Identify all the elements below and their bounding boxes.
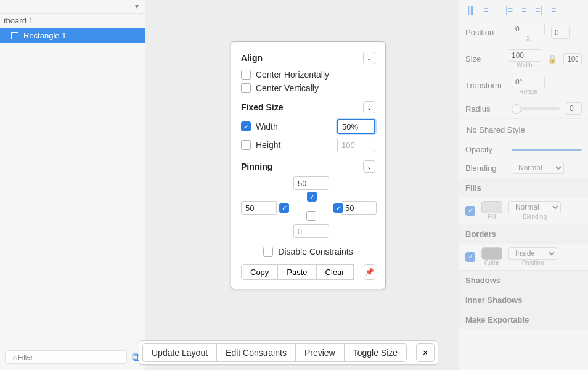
radius-label: Radius <box>465 104 505 113</box>
rotate-input[interactable] <box>512 76 545 88</box>
center-vertically-row[interactable]: Center Vertically <box>241 81 375 95</box>
pin-top-input[interactable] <box>293 176 329 190</box>
align-top-icon[interactable]: |≡ <box>504 5 515 14</box>
center-horizontally-row[interactable]: Center Horizontally <box>241 68 375 81</box>
fills-section-title: Fills <box>459 178 588 197</box>
position-x-input[interactable] <box>512 23 545 35</box>
artboard-row[interactable]: tboard 1 <box>0 14 145 28</box>
fill-row: ✓ Fill Normal Blending <box>459 197 588 224</box>
borders-section-title: Borders <box>459 224 588 244</box>
radius-input[interactable] <box>566 102 582 115</box>
fill-sublabel: Fill <box>481 213 502 220</box>
pin-bottom-input[interactable] <box>293 224 329 238</box>
clear-button[interactable]: Clear <box>317 264 354 280</box>
pin-right-input[interactable] <box>341 201 377 215</box>
disable-constraints-row[interactable]: Disable Constraints <box>241 247 375 257</box>
align-left-icon[interactable]: |‖ <box>465 5 476 14</box>
fixed-height-toggle[interactable]: Height <box>241 140 280 150</box>
pinning-grid: ✓ ✓ ✓ <box>241 176 377 238</box>
fixed-height-row: Height <box>241 136 375 154</box>
opacity-label: Opacity <box>465 145 505 154</box>
align-vcenter-icon[interactable]: ≡ <box>518 5 529 14</box>
center-horizontally-checkbox[interactable] <box>241 70 251 80</box>
fixed-width-label: Width <box>256 121 278 131</box>
border-position-sublabel: Position <box>508 260 557 266</box>
border-row: ✓ Color Inside Position <box>459 244 588 270</box>
border-enabled-checkbox[interactable]: ✓ <box>465 252 475 262</box>
rotate-sublabel: Rotate <box>512 88 545 95</box>
preview-button[interactable]: Preview <box>296 343 345 362</box>
position-label: Position <box>465 28 505 37</box>
fixed-width-toggle[interactable]: ✓ Width <box>241 121 278 131</box>
disable-constraints-checkbox[interactable] <box>263 247 273 257</box>
fill-color-swatch[interactable] <box>481 201 502 213</box>
blending-select[interactable]: Normal <box>512 162 564 174</box>
fill-blend-sublabel: Blending <box>508 213 561 220</box>
align-bottom-icon[interactable]: ≡| <box>533 5 544 14</box>
layers-panel-header: ▾ <box>0 0 145 14</box>
position-y-input[interactable] <box>551 27 570 39</box>
search-icon: ⌕ <box>12 353 17 362</box>
fixed-height-input[interactable] <box>337 138 375 152</box>
blending-label: Blending <box>465 163 505 173</box>
pin-left-checkbox[interactable]: ✓ <box>279 203 289 213</box>
center-horizontally-label: Center Horizontally <box>256 70 329 80</box>
size-width-sublabel: Width <box>508 62 541 68</box>
pin-left-input[interactable] <box>241 201 277 215</box>
size-height-input[interactable] <box>563 53 582 65</box>
copy-button[interactable]: Copy <box>241 264 278 280</box>
fixed-width-input[interactable] <box>337 119 375 134</box>
fill-enabled-checkbox[interactable]: ✓ <box>465 206 475 216</box>
pinning-section-title: Pinning <box>241 162 272 171</box>
toggle-size-button[interactable]: Toggle Size <box>345 343 407 362</box>
plugin-toolbar: Update Layout Edit Constraints Preview T… <box>139 340 438 365</box>
pages-dropdown-icon[interactable]: ▾ <box>135 2 139 10</box>
layer-label: Rectangle 1 <box>23 28 66 43</box>
fixed-size-section-title: Fixed Size <box>241 102 283 112</box>
constraints-popover: Align ⌄ Center Horizontally Center Verti… <box>231 41 386 289</box>
center-vertically-label: Center Vertically <box>256 83 319 93</box>
center-vertically-checkbox[interactable] <box>241 83 251 93</box>
rectangle-icon <box>11 32 18 39</box>
artboard-label: tboard 1 <box>4 16 33 25</box>
border-color-sublabel: Color <box>481 260 502 266</box>
shadows-section-title: Shadows <box>459 270 588 290</box>
shared-style-select[interactable]: No Shared Style <box>467 125 525 134</box>
radius-slider[interactable] <box>512 107 560 110</box>
fixed-size-disclosure-button[interactable]: ⌄ <box>363 101 375 113</box>
fixed-width-checkbox[interactable]: ✓ <box>241 121 251 131</box>
align-dist-icon[interactable]: ≡ <box>548 5 559 14</box>
opacity-slider[interactable] <box>512 149 582 151</box>
update-layout-button[interactable]: Update Layout <box>142 343 217 362</box>
fixed-height-label: Height <box>256 140 280 150</box>
edit-constraints-button[interactable]: Edit Constraints <box>217 343 296 362</box>
popover-actions: Copy Paste Clear 📌 <box>241 264 375 280</box>
fixed-height-checkbox[interactable] <box>241 140 251 150</box>
pin-right-checkbox[interactable]: ✓ <box>333 203 343 213</box>
inner-shadows-section-title: Inner Shadows <box>459 290 588 310</box>
layer-row-selected[interactable]: Rectangle 1 <box>0 28 145 43</box>
align-disclosure-button[interactable]: ⌄ <box>363 52 375 64</box>
size-label: Size <box>465 54 502 64</box>
size-width-input[interactable] <box>508 49 541 62</box>
position-x-sublabel: X <box>512 35 545 42</box>
close-toolbar-button[interactable]: × <box>416 343 435 362</box>
transform-label: Transform <box>465 81 505 90</box>
border-position-select[interactable]: Inside <box>508 247 557 260</box>
fill-blend-select[interactable]: Normal <box>508 201 561 213</box>
align-hcenter-icon[interactable]: ≡ <box>480 5 491 14</box>
filter-input[interactable] <box>5 350 127 364</box>
paste-button[interactable]: Paste <box>278 264 316 280</box>
align-section-title: Align <box>241 53 263 63</box>
fixed-width-row: ✓ Width <box>241 117 375 136</box>
pin-top-checkbox[interactable]: ✓ <box>307 192 317 202</box>
border-color-swatch[interactable] <box>481 247 502 260</box>
pin-center-checkbox[interactable] <box>306 211 316 221</box>
exportable-section-title: Make Exportable <box>459 310 588 329</box>
alignment-buttons: |‖ ≡ |≡ ≡ ≡| ≡ <box>459 0 588 19</box>
disable-constraints-label: Disable Constraints <box>278 247 353 257</box>
pin-popover-button[interactable]: 📌 <box>364 264 375 280</box>
pinning-disclosure-button[interactable]: ⌄ <box>363 160 375 173</box>
layers-panel: ▾ tboard 1 Rectangle 1 ⌕ ⧉ <box>0 0 145 370</box>
inspector-panel: |‖ ≡ |≡ ≡ ≡| ≡ Position X Size Width 🔒 T… <box>459 0 588 370</box>
